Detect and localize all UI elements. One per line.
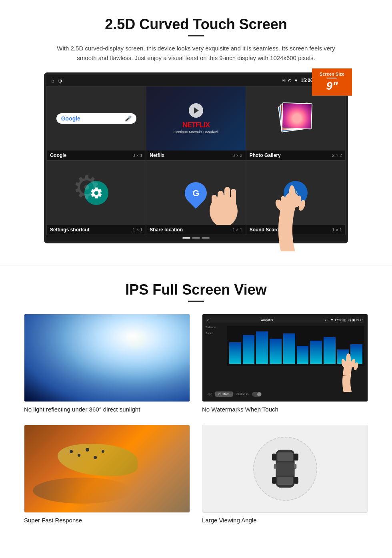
section-curved: 2.5D Curved Touch Screen With 2.5D curve… xyxy=(0,0,392,257)
device-wrapper: Screen Size 9" ⌂ ψ ✳ ⊙ ▼ 15:06 ⬜ ◁) ▣ xyxy=(44,72,348,243)
music-icon-circle: ♪ xyxy=(284,181,308,205)
eq-bar-3 xyxy=(256,331,268,364)
share-label-bar: Share location 1 × 1 xyxy=(146,225,245,235)
google-bg: Google 🎤 xyxy=(47,86,146,151)
share-app-name: Share location xyxy=(150,227,183,233)
loudness-toggle[interactable] xyxy=(252,392,262,397)
feature-car: Large Viewing Angle xyxy=(202,425,368,524)
feature-cheetah: Super Fast Response xyxy=(24,425,190,524)
usb-icon: ψ xyxy=(58,78,62,84)
app-cell-settings[interactable]: ⚙ Settings shortcut 1 × 1 xyxy=(46,161,146,235)
settings-app-size: 1 × 1 xyxy=(133,227,143,232)
settings-app-name: Settings shortcut xyxy=(50,227,90,233)
car-circle xyxy=(253,437,317,501)
cheetah-image xyxy=(24,425,190,513)
sound-bg: ♪ xyxy=(246,161,345,225)
gallery-content xyxy=(246,86,345,151)
share-bg: G xyxy=(146,161,245,225)
status-left: ⌂ ψ xyxy=(51,78,62,84)
amp-labels: Balance Fader xyxy=(206,326,226,388)
feature-sunlight: No light reflecting under 360° direct su… xyxy=(24,314,190,413)
sunlight-gradient xyxy=(24,314,190,401)
settings-label-bar: Settings shortcut 1 × 1 xyxy=(47,225,146,235)
netflix-app-name: Netflix xyxy=(150,153,164,158)
svg-rect-21 xyxy=(294,454,298,460)
cheetah-caption: Super Fast Response xyxy=(24,517,190,524)
app-cell-netflix[interactable]: NETFLIX Continue Marvel's Daredevil Netf… xyxy=(146,86,246,161)
settings-bg: ⚙ xyxy=(47,161,146,225)
amp-back-icon: ◁◁ xyxy=(207,392,212,396)
status-time: 15:06 xyxy=(301,78,313,83)
amplifier-caption: No Watermarks When Touch xyxy=(202,406,368,413)
amp-top-bar: ⌂ Amplifier ▪ ◦◦ ▼ 17:33 ◫ ◁) ▣ ▭ ↩ xyxy=(206,317,364,323)
screen-size-badge: Screen Size 9" xyxy=(312,68,352,96)
app-cell-sound[interactable]: ♪ Sound Search 1 × 1 xyxy=(246,161,346,235)
svg-rect-16 xyxy=(277,477,293,485)
car-image xyxy=(202,425,368,513)
spot-5 xyxy=(102,450,104,453)
scroll-dot-3 xyxy=(202,237,210,239)
home-icon[interactable]: ⌂ xyxy=(51,78,54,84)
amplifier-image: ⌂ Amplifier ▪ ◦◦ ▼ 17:33 ◫ ◁) ▣ ▭ ↩ Bala… xyxy=(202,314,368,402)
cheetah-body xyxy=(58,444,138,476)
title-underline xyxy=(188,35,204,36)
eq-bar-4 xyxy=(270,339,282,364)
app-cell-google[interactable]: Google 🎤 Google 3 × 1 xyxy=(46,86,146,161)
eq-bar-7 xyxy=(310,341,322,364)
gear-icon xyxy=(90,186,103,200)
dust-cloud xyxy=(33,478,132,504)
gallery-bg xyxy=(246,86,345,151)
netflix-app-size: 3 × 2 xyxy=(232,153,242,158)
amplifier-visual: ⌂ Amplifier ▪ ◦◦ ▼ 17:33 ◫ ◁) ▣ ▭ ↩ Bala… xyxy=(202,314,368,401)
device-screen: ⌂ ψ ✳ ⊙ ▼ 15:06 ⬜ ◁) ▣ ▭ xyxy=(44,72,348,243)
gallery-label-bar: Photo Gallery 2 × 2 xyxy=(246,151,345,160)
google-search-bar[interactable]: Google 🎤 xyxy=(56,113,136,124)
spot-3 xyxy=(86,448,89,452)
custom-btn[interactable]: Custom xyxy=(215,391,233,397)
sound-content: ♪ xyxy=(246,161,345,225)
music-note-icon: ♪ xyxy=(293,187,298,199)
amp-time: ▪ ◦◦ ▼ 17:33 ◫ ◁) ▣ ▭ ↩ xyxy=(325,318,363,322)
share-content: G xyxy=(146,161,245,225)
svg-rect-17 xyxy=(276,462,294,476)
badge-size: 9" xyxy=(316,80,348,92)
location-icon: ⊙ xyxy=(288,78,292,83)
svg-rect-2 xyxy=(224,187,230,211)
amp-hand xyxy=(332,352,364,393)
scroll-dot-1 xyxy=(182,237,190,239)
netflix-content: NETFLIX Continue Marvel's Daredevil xyxy=(146,86,245,151)
eq-bar-2 xyxy=(243,335,255,364)
svg-point-10 xyxy=(346,353,351,365)
feature-grid: No light reflecting under 360° direct su… xyxy=(24,314,368,524)
section1-title: 2.5D Curved Touch Screen xyxy=(24,16,368,33)
gallery-app-size: 2 × 2 xyxy=(332,153,342,158)
spot-4 xyxy=(94,456,97,459)
svg-rect-1 xyxy=(218,191,224,213)
app-cell-share[interactable]: G xyxy=(146,161,246,235)
app-grid: Google 🎤 Google 3 × 1 xyxy=(46,86,346,235)
photo-stack xyxy=(278,100,314,136)
maps-g-letter: G xyxy=(192,188,199,198)
flower-center xyxy=(282,103,312,128)
section1-desc: With 2.5D curved-display screen, this de… xyxy=(56,44,336,63)
mic-icon: 🎤 xyxy=(125,115,132,122)
svg-rect-20 xyxy=(272,454,276,460)
divider-line xyxy=(0,265,392,265)
sunlight-visual xyxy=(24,314,190,401)
netflix-play-btn[interactable] xyxy=(189,103,203,118)
scroll-dot-2 xyxy=(192,237,200,239)
wifi-icon: ▼ xyxy=(294,78,298,83)
sound-label-bar: Sound Search 1 × 1 xyxy=(246,225,345,235)
loudness-label: loudness xyxy=(236,392,249,396)
badge-label: Screen Size xyxy=(316,72,348,76)
gallery-app-name: Photo Gallery xyxy=(250,153,281,158)
settings-icon-circle xyxy=(84,181,108,205)
eq-bar-1 xyxy=(229,342,241,364)
scroll-indicator xyxy=(46,235,346,241)
svg-rect-18 xyxy=(274,464,276,469)
bluetooth-icon: ✳ xyxy=(282,78,286,83)
app-cell-gallery[interactable]: Photo Gallery 2 × 2 xyxy=(246,86,346,161)
svg-rect-4 xyxy=(212,195,217,213)
eq-bar-6 xyxy=(297,346,309,364)
amp-title: Amplifier xyxy=(261,318,273,322)
